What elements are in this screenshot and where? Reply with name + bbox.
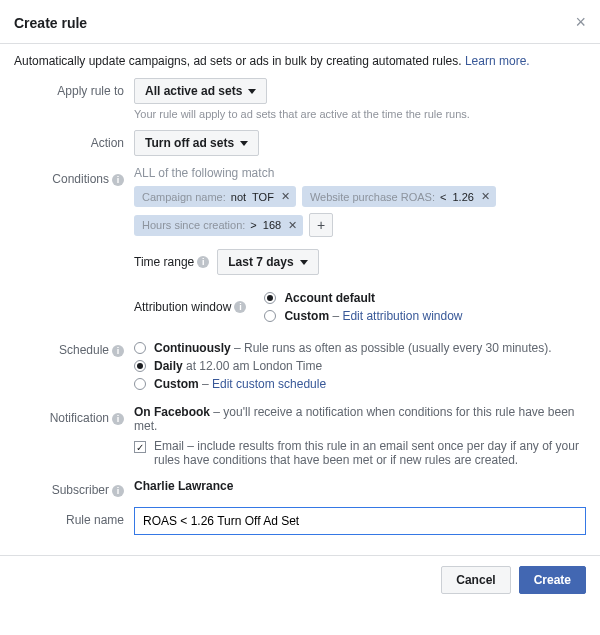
caret-down-icon: [248, 89, 256, 94]
notification-label: Notificationi: [14, 405, 134, 425]
info-icon[interactable]: i: [197, 256, 209, 268]
add-condition-button[interactable]: +: [309, 213, 333, 237]
attribution-label: Attribution windowi: [134, 300, 246, 314]
radio-schedule-continuous[interactable]: [134, 342, 146, 354]
create-button[interactable]: Create: [519, 566, 586, 594]
subscriber-label: Subscriberi: [14, 477, 134, 497]
modal-header: Create rule ×: [0, 0, 600, 44]
learn-more-link[interactable]: Learn more.: [465, 54, 530, 68]
info-icon[interactable]: i: [234, 301, 246, 313]
time-range-label: Time rangei: [134, 255, 209, 269]
radio-schedule-custom[interactable]: [134, 378, 146, 390]
rule-name-input[interactable]: [134, 507, 586, 535]
apply-to-hint: Your rule will apply to ad sets that are…: [134, 108, 586, 120]
info-icon[interactable]: i: [112, 485, 124, 497]
close-icon[interactable]: ×: [575, 12, 586, 33]
rule-name-label: Rule name: [14, 507, 134, 527]
subtitle: Automatically update campaigns, ad sets …: [14, 54, 586, 68]
remove-icon[interactable]: ✕: [481, 190, 490, 203]
radio-schedule-daily[interactable]: [134, 360, 146, 372]
time-range-dropdown[interactable]: Last 7 days: [217, 249, 318, 275]
condition-pill[interactable]: Hours since creation: > 168 ✕: [134, 215, 303, 236]
info-icon[interactable]: i: [112, 174, 124, 186]
action-selected: Turn off ad sets: [145, 136, 234, 150]
condition-pill[interactable]: Website purchase ROAS: < 1.26 ✕: [302, 186, 496, 207]
info-icon[interactable]: i: [112, 345, 124, 357]
apply-to-label: Apply rule to: [14, 78, 134, 98]
modal-body: Automatically update campaigns, ad sets …: [0, 44, 600, 541]
apply-to-selected: All active ad sets: [145, 84, 242, 98]
radio-account-default[interactable]: [264, 292, 276, 304]
notification-text: On Facebook – you'll receive a notificat…: [134, 405, 586, 433]
caret-down-icon: [240, 141, 248, 146]
remove-icon[interactable]: ✕: [288, 219, 297, 232]
email-desc: Email – include results from this rule i…: [154, 439, 586, 467]
action-dropdown[interactable]: Turn off ad sets: [134, 130, 259, 156]
caret-down-icon: [300, 260, 308, 265]
modal-title: Create rule: [14, 15, 87, 31]
subtitle-text: Automatically update campaigns, ad sets …: [14, 54, 462, 68]
edit-schedule-link[interactable]: Edit custom schedule: [212, 377, 326, 391]
info-icon[interactable]: i: [112, 413, 124, 425]
conditions-label: Conditionsi: [14, 166, 134, 186]
action-label: Action: [14, 130, 134, 150]
subscriber-name: Charlie Lawrance: [134, 477, 586, 493]
modal-footer: Cancel Create: [0, 556, 600, 604]
apply-to-dropdown[interactable]: All active ad sets: [134, 78, 267, 104]
edit-attribution-link[interactable]: Edit attribution window: [342, 309, 462, 323]
cancel-button[interactable]: Cancel: [441, 566, 510, 594]
create-rule-modal: Create rule × Automatically update campa…: [0, 0, 600, 604]
condition-pill[interactable]: Campaign name: not TOF ✕: [134, 186, 296, 207]
radio-attribution-custom[interactable]: [264, 310, 276, 322]
conditions-header: ALL of the following match: [134, 166, 586, 180]
schedule-label: Schedulei: [14, 337, 134, 357]
remove-icon[interactable]: ✕: [281, 190, 290, 203]
email-checkbox[interactable]: ✓: [134, 441, 146, 453]
